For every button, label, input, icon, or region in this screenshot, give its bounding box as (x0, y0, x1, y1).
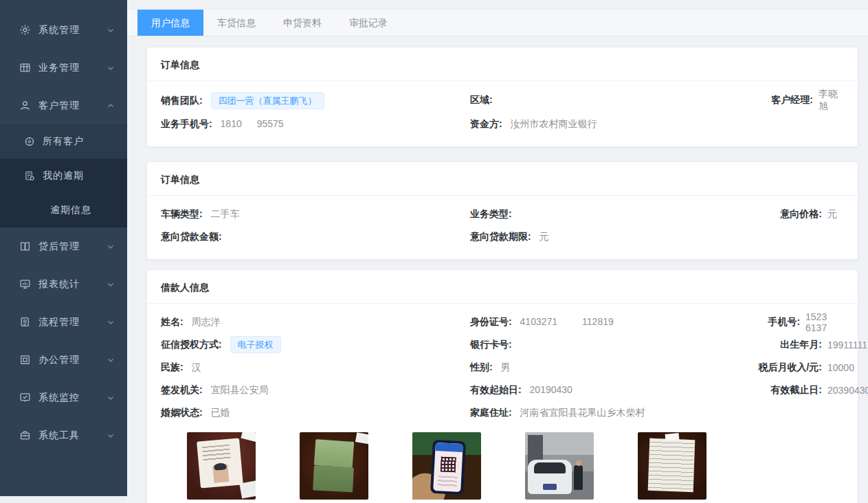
intent-loan-term-value: 元 (539, 231, 549, 242)
monitor-check-icon (19, 392, 31, 403)
sidebar-item-label: 业务管理 (38, 62, 80, 74)
sidebar-item-my-overdue[interactable]: 我的逾期 (0, 159, 127, 193)
tab-approval-records[interactable]: 审批记录 (335, 10, 401, 36)
sales-team-label: 销售团队: (161, 95, 203, 106)
sidebar-item-postloan-management[interactable]: 贷后管理 (0, 227, 127, 265)
sidebar-bottom-strip (0, 496, 127, 503)
sidebar-item-business-management[interactable]: 业务管理 (0, 49, 127, 87)
tab-loan-application-docs[interactable]: 申贷资料 (269, 10, 335, 36)
sidebar-item-system-tools[interactable]: 系统工具 (0, 416, 127, 454)
list-item: 其他材料 (638, 432, 706, 503)
home-address-value: 河南省宜阳县花果山乡木柴村 (520, 407, 645, 418)
tab-user-info[interactable]: 用户信息 (137, 10, 203, 36)
redaction-box (827, 311, 845, 322)
borrower-photo-list: 身份证照片 户口本照片 授权码照片 (161, 432, 844, 503)
tab-car-loan-info[interactable]: 车贷信息 (203, 10, 269, 36)
name-label: 姓名: (161, 316, 183, 327)
card-title: 订单信息 (147, 47, 858, 81)
sales-team-tag[interactable]: 四团一营（直属王鹏飞） (211, 92, 324, 109)
intent-loan-amount-label: 意向贷款金额: (161, 231, 222, 242)
credit-auth-label: 征信授权方式: (161, 339, 222, 350)
list-item: 人车合影 (525, 432, 594, 503)
credit-auth-tag: 电子授权 (230, 336, 281, 353)
vehicle-type-label: 车辆类型: (161, 208, 203, 219)
customers-icon (24, 136, 35, 147)
qr-phone-photo[interactable] (412, 432, 481, 500)
chevron-down-icon (107, 318, 115, 326)
gender-value: 男 (501, 361, 511, 372)
borrower-info-card: 借款人信息 姓名: 周志洋 身份证号: 4103271112819 手机号: 1… (146, 269, 858, 503)
sidebar: 系统管理 业务管理 客户管理 所有客户 我的逾期 逾期信息 (0, 0, 127, 496)
chevron-up-icon (107, 102, 115, 110)
chevron-down-icon (107, 26, 115, 34)
green-booklet-photo[interactable] (300, 432, 368, 500)
main-content: 用户信息 车贷信息 申贷资料 审批记录 订单信息 销售团队: 四团一营（直属王鹏… (127, 9, 868, 503)
business-phone-label: 业务手机号: (161, 118, 212, 129)
birth-date-value: 19911111 (827, 339, 867, 350)
bank-card-label: 银行卡号: (470, 339, 512, 350)
user-icon (19, 100, 31, 111)
workflow-icon (19, 316, 31, 328)
sidebar-item-label: 办公管理 (38, 354, 80, 366)
region-label: 区域: (470, 94, 493, 105)
id-number-label: 身份证号: (470, 316, 512, 327)
person-car-photo[interactable] (525, 432, 594, 500)
sidebar-item-label: 所有客户 (43, 135, 84, 148)
order-info-card-2: 订单信息 车辆类型: 二手车 业务类型: 意向价格: 元 意向贷款金额: (146, 161, 858, 260)
customer-management-submenu: 所有客户 我的逾期 逾期信息 (0, 124, 127, 227)
redaction-box (242, 118, 257, 128)
intent-loan-term-label: 意向贷款期限: (470, 231, 531, 242)
birth-date-label: 出生年月: (745, 339, 822, 351)
sidebar-item-label: 流程管理 (38, 316, 80, 328)
office-icon (19, 354, 31, 366)
sidebar-item-customer-management[interactable]: 客户管理 (0, 87, 127, 124)
chevron-down-icon (107, 280, 115, 289)
valid-to-value: 20390430 (827, 385, 868, 396)
sidebar-item-report-statistics[interactable]: 报表统计 (0, 265, 127, 303)
redaction-box (557, 316, 582, 326)
sidebar-item-label: 系统管理 (38, 24, 80, 36)
document-photo[interactable] (638, 432, 706, 500)
mobile-value: 15236137 (805, 311, 849, 333)
sidebar-item-label: 贷后管理 (38, 241, 80, 253)
list-item: 户口本照片 (300, 432, 368, 503)
account-manager-label: 客户经理: (745, 94, 813, 107)
issuing-authority-label: 签发机关: (161, 384, 203, 395)
ethnicity-label: 民族: (161, 361, 183, 372)
list-item: 身份证照片 (187, 432, 256, 503)
gear-icon (19, 24, 31, 36)
monthly-income-value: 10000 (827, 362, 854, 373)
toolbox-icon (19, 429, 31, 441)
funder-value: 汝州市农村商业银行 (511, 118, 597, 129)
card-title: 订单信息 (147, 162, 858, 196)
funder-label: 资金方: (470, 118, 502, 129)
sidebar-item-office-management[interactable]: 办公管理 (0, 341, 127, 379)
account-manager-value: 李晓旭 (819, 88, 844, 113)
chevron-down-icon (107, 432, 115, 440)
marital-status-value: 已婚 (211, 407, 230, 418)
business-type-label: 业务类型: (470, 208, 512, 219)
sidebar-item-label: 报表统计 (38, 278, 80, 291)
monitor-icon (19, 278, 31, 290)
vehicle-type-value: 二手车 (211, 208, 240, 219)
sidebar-item-process-management[interactable]: 流程管理 (0, 303, 127, 341)
valid-from-label: 有效起始日: (470, 384, 522, 395)
chevron-down-icon (107, 243, 115, 251)
sidebar-item-label: 我的逾期 (43, 170, 84, 182)
sidebar-item-label: 系统工具 (38, 429, 80, 442)
issuing-authority-value: 宜阳县公安局 (211, 384, 269, 395)
sidebar-item-system-management[interactable]: 系统管理 (0, 11, 127, 49)
sidebar-item-system-monitor[interactable]: 系统监控 (0, 379, 127, 416)
overdue-doc-icon (24, 170, 35, 181)
marital-status-label: 婚姻状态: (161, 407, 203, 418)
business-phone-value: 181095575 (221, 118, 284, 129)
home-address-label: 家庭住址: (470, 407, 512, 418)
valid-from-value: 20190430 (530, 384, 572, 395)
name-value: 周志洋 (192, 316, 221, 327)
sidebar-item-all-customers[interactable]: 所有客户 (0, 124, 127, 159)
id-number-value: 4103271112819 (520, 316, 614, 327)
sidebar-item-overdue-info[interactable]: 逾期信息 (0, 193, 127, 227)
list-item: 授权码照片 (412, 432, 481, 503)
id-card-photo[interactable] (187, 432, 256, 500)
card-title: 借款人信息 (147, 270, 858, 304)
